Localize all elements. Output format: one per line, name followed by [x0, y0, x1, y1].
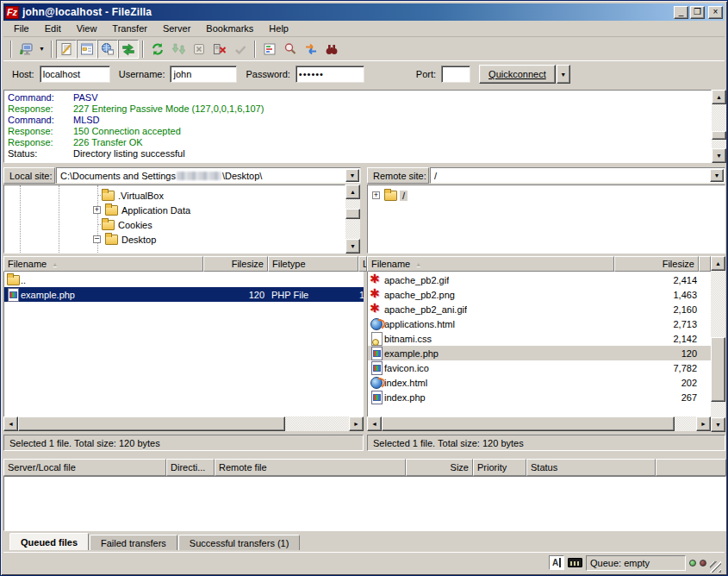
tree-item-cookies[interactable]: Cookies: [101, 217, 342, 232]
tree-item-desktop[interactable]: Desktop: [93, 232, 343, 247]
tab-failed-transfers[interactable]: Failed transfers: [90, 535, 177, 551]
toggle-local-tree-button[interactable]: [77, 40, 97, 59]
menu-transfer[interactable]: Transfer: [105, 22, 154, 35]
local-col-filename[interactable]: Filename: [3, 256, 203, 272]
scroll-right-icon[interactable]: [349, 416, 364, 431]
menu-help[interactable]: Help: [262, 22, 296, 35]
menu-view[interactable]: View: [70, 22, 104, 35]
host-input[interactable]: [40, 66, 110, 83]
log-scrollbar[interactable]: [712, 90, 726, 163]
queue-col-direction[interactable]: Directi...: [166, 459, 215, 476]
find-files-button[interactable]: [321, 40, 342, 59]
queue-col-remote-file[interactable]: Remote file: [215, 459, 406, 476]
scroll-down-icon[interactable]: [345, 239, 360, 254]
message-log[interactable]: Command:PASV Response:227 Entering Passi…: [3, 90, 712, 163]
expand-minus-icon[interactable]: [93, 235, 101, 243]
local-file-list[interactable]: .. example.php 120 PHP File 1: [3, 272, 364, 416]
tree-item-virtualbox[interactable]: .VirtualBox: [101, 188, 342, 203]
file-row[interactable]: index.php 267: [368, 390, 711, 404]
tree-item-root[interactable]: /: [372, 188, 708, 203]
scroll-right-icon[interactable]: [696, 416, 711, 431]
queue-col-priority[interactable]: Priority: [473, 459, 526, 476]
file-row[interactable]: index.html 202: [368, 375, 711, 390]
port-input[interactable]: [441, 66, 470, 83]
directory-filters-button[interactable]: [259, 40, 280, 59]
speed-limit-indicator-icon[interactable]: [568, 558, 582, 567]
local-col-filetype[interactable]: Filetype: [268, 256, 358, 272]
local-combo-dropdown[interactable]: [345, 169, 359, 182]
scroll-left-icon[interactable]: [367, 416, 382, 431]
queue-col-status[interactable]: Status: [526, 459, 656, 476]
site-manager-button[interactable]: [16, 40, 36, 59]
local-tree[interactable]: .VirtualBox Application Data Cookies Des…: [3, 185, 345, 254]
scrollbar-thumb[interactable]: [712, 131, 726, 140]
close-button[interactable]: ×: [708, 6, 723, 19]
username-input[interactable]: [170, 66, 237, 83]
expand-plus-icon[interactable]: [93, 206, 101, 214]
file-row[interactable]: apache_pb2.png 1,463: [368, 287, 711, 302]
remote-site-combo[interactable]: /: [430, 167, 725, 184]
toggle-message-log-button[interactable]: [56, 40, 77, 59]
quickconnect-dropdown[interactable]: [557, 65, 570, 84]
minimize-button[interactable]: _: [674, 6, 688, 19]
scroll-down-icon[interactable]: [711, 417, 725, 432]
tab-successful-transfers[interactable]: Successful transfers (1): [178, 535, 301, 551]
scroll-left-icon[interactable]: [3, 416, 18, 431]
toggle-transfer-queue-button[interactable]: [118, 40, 139, 59]
file-row[interactable]: favicon.ico 7,782: [368, 360, 711, 375]
remote-hscrollbar[interactable]: [367, 416, 711, 431]
refresh-button[interactable]: [147, 40, 168, 59]
menu-server[interactable]: Server: [156, 22, 197, 35]
queue-col-server-local[interactable]: Server/Local file: [3, 459, 166, 476]
cancel-operation-button[interactable]: [189, 40, 209, 59]
local-hscrollbar[interactable]: [3, 416, 364, 431]
resize-grip[interactable]: [710, 561, 721, 573]
scroll-up-icon[interactable]: [345, 185, 360, 199]
file-row-selected[interactable]: example.php 120: [368, 346, 711, 360]
transfer-type-indicator-icon[interactable]: A: [549, 555, 564, 570]
disconnect-button[interactable]: [209, 40, 230, 59]
file-row[interactable]: apache_pb2_ani.gif 2,160: [368, 302, 711, 316]
expand-plus-icon[interactable]: [372, 191, 380, 199]
synchronized-browsing-button[interactable]: [301, 40, 321, 59]
remote-col-filename[interactable]: Filename: [367, 256, 614, 272]
scroll-down-icon[interactable]: [712, 148, 726, 163]
scrollbar-thumb[interactable]: [345, 209, 360, 219]
file-row[interactable]: apache_pb2.gif 2,414: [368, 272, 711, 287]
scrollbar-thumb[interactable]: [711, 337, 725, 402]
tree-item-application-data[interactable]: Application Data: [93, 203, 343, 217]
menu-bookmarks[interactable]: Bookmarks: [199, 22, 260, 35]
scroll-up-icon[interactable]: [712, 90, 726, 104]
process-queue-button[interactable]: [168, 40, 189, 59]
scroll-up-icon[interactable]: [711, 256, 725, 271]
local-site-combo[interactable]: C:\Documents and Settings\Desktop\: [56, 167, 361, 184]
toggle-remote-tree-button[interactable]: [97, 40, 118, 59]
remote-file-list[interactable]: apache_pb2.gif 2,414 apache_pb2.png 1,46…: [367, 272, 711, 416]
file-row[interactable]: bitnami.css 2,142: [368, 331, 711, 346]
abort-button[interactable]: [230, 40, 251, 59]
file-row-selected[interactable]: example.php 120 PHP File 1: [4, 287, 364, 302]
quickconnect-button[interactable]: Quickconnect: [479, 65, 556, 84]
local-tree-scrollbar[interactable]: [345, 185, 360, 254]
remote-tree[interactable]: /: [367, 185, 725, 254]
menu-file[interactable]: File: [7, 22, 36, 35]
password-input[interactable]: [296, 66, 364, 83]
file-size: 120: [615, 348, 697, 359]
tab-queued-files[interactable]: Queued files: [9, 533, 89, 551]
maximize-button[interactable]: ❐: [690, 6, 705, 19]
file-row-up[interactable]: ..: [4, 272, 364, 287]
site-manager-dropdown[interactable]: [36, 40, 47, 59]
remote-vscrollbar[interactable]: [711, 256, 725, 432]
directory-comparison-button[interactable]: [280, 40, 301, 59]
menu-edit[interactable]: Edit: [38, 22, 68, 35]
queue-list[interactable]: [3, 476, 726, 531]
remote-col-filesize[interactable]: Filesize: [614, 256, 699, 272]
local-col-modified[interactable]: L: [358, 256, 367, 272]
file-row[interactable]: applications.html 2,713: [368, 316, 711, 331]
title-bar[interactable]: Fz john@localhost - FileZilla _ ❐ ×: [3, 3, 725, 21]
scrollbar-thumb[interactable]: [382, 416, 675, 431]
local-col-filesize[interactable]: Filesize: [203, 256, 268, 272]
queue-col-size[interactable]: Size: [406, 459, 473, 476]
remote-combo-dropdown[interactable]: [710, 169, 724, 182]
scrollbar-thumb[interactable]: [18, 416, 285, 431]
